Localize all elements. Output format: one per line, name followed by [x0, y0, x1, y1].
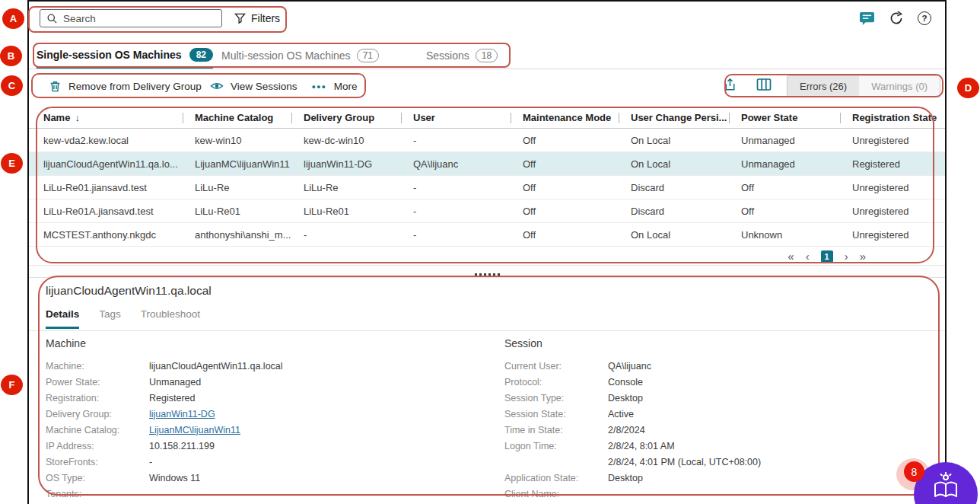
table-row[interactable]: LiLu-Re01.jiansavd.testLiLu-ReLiLu-Re-Of… [29, 176, 945, 199]
tab-sessions[interactable]: Sessions18 [426, 43, 498, 69]
help-button[interactable]: ? [918, 11, 931, 25]
detail-row: Application State:Desktop [504, 470, 931, 486]
table-cell: kew-dc-win10 [291, 135, 401, 146]
detail-label: Current User: [504, 361, 608, 372]
detail-link[interactable]: lijuanWin11-DG [149, 409, 472, 419]
machine-section: Machine Machine:lijuanCloudAgentWin11.qa… [46, 337, 472, 502]
feedback-chat-icon [859, 11, 875, 26]
tab-count-pill: 18 [476, 49, 498, 62]
detail-link[interactable]: LijuanMC\lijuanWin11 [149, 425, 472, 435]
table-cell: On Local [619, 158, 729, 170]
tab-count-pill: 71 [357, 49, 379, 62]
current-page[interactable]: 1 [821, 250, 833, 263]
remove-from-delivery-group-button[interactable]: Remove from Delivery Group [49, 72, 202, 100]
column-header-machine-catalog[interactable]: Machine Catalog [183, 107, 291, 128]
filter-funnel-icon [234, 13, 246, 24]
column-header-user-change-persi-[interactable]: User Change Persi... [619, 107, 729, 128]
table-row[interactable]: kew-vda2.kew.localkew-win10kew-dc-win10-… [29, 129, 945, 152]
table-cell: - [291, 229, 401, 241]
column-header-label: Registration State [852, 112, 937, 123]
tab-multi-session-os-machines[interactable]: Multi-session OS Machines71 [221, 43, 379, 69]
columns-button[interactable] [756, 78, 772, 91]
table-body: kew-vda2.kew.localkew-win10kew-dc-win10-… [29, 129, 945, 247]
details-tab-details[interactable]: Details [46, 308, 79, 329]
detail-row: OS Type:Windows 11 [46, 470, 472, 486]
detail-label: Registration: [46, 393, 149, 404]
more-label: More [334, 81, 358, 92]
table-cell: LiLu-Re01.jiansavd.test [29, 182, 183, 193]
export-icon [723, 78, 737, 92]
details-tab-troubleshoot[interactable]: Troubleshoot [141, 308, 200, 329]
details-tab-tags[interactable]: Tags [99, 308, 121, 329]
detail-row: Power State:Unmanaged [46, 374, 472, 390]
detail-label: Client Name: [504, 489, 608, 499]
table-cell: Off [511, 135, 619, 146]
column-header-registration-state[interactable]: Registration State [840, 107, 945, 128]
next-page-icon[interactable]: › [845, 250, 848, 263]
detail-row: IP Address:10.158.211.199 [46, 438, 472, 454]
table-cell: LiLu-Re01 [183, 206, 291, 217]
panel-splitter[interactable] [29, 265, 945, 277]
notification-badge: 8 [904, 461, 924, 482]
table-cell: - [401, 135, 511, 146]
table-cell: Off [511, 229, 619, 241]
table-cell: Unregistered [840, 182, 945, 193]
detail-value: Desktop [608, 393, 931, 404]
details-panel: lijuanCloudAgentWin11.qa.local DetailsTa… [29, 277, 945, 504]
table-cell: On Local [619, 229, 729, 241]
warnings-button[interactable]: Warnings (0) [859, 76, 940, 97]
filters-button[interactable]: Filters [234, 9, 280, 27]
table-cell: Unregistered [840, 135, 945, 146]
column-header-delivery-group[interactable]: Delivery Group [291, 107, 401, 128]
table-cell: On Local [619, 135, 729, 146]
export-button[interactable] [723, 78, 737, 92]
table-row[interactable]: LiLu-Re01A.jiansavd.testLiLu-Re01LiLu-Re… [29, 199, 945, 223]
annotation-oval-b: B [0, 46, 22, 66]
column-header-maintenance-mode[interactable]: Maintenance Mode [511, 107, 619, 128]
detail-value: Desktop [608, 473, 931, 483]
detail-row: Time in State:2/8/2024 [504, 422, 931, 438]
table-cell: kew-win10 [183, 135, 291, 146]
table-cell: - [401, 182, 511, 193]
detail-row: Registration:Registered [46, 390, 472, 406]
column-header-user[interactable]: User [401, 107, 511, 128]
session-rows: Current User:QA\lijuancProtocol:ConsoleS… [504, 358, 931, 502]
tab-single-session-os-machines[interactable]: Single-session OS Machines82 [37, 43, 213, 69]
detail-label: Power State: [46, 377, 149, 388]
errors-button[interactable]: Errors (26) [788, 76, 859, 97]
feedback-button[interactable] [859, 11, 875, 26]
table-row[interactable]: MCSTEST.anthony.nkgdcanthonyshi\anshi_m.… [29, 223, 945, 247]
annotation-oval-d: D [957, 78, 979, 98]
table-cell: Discard [619, 206, 729, 217]
column-header-label: User Change Persi... [631, 112, 727, 123]
prev-page-icon[interactable]: ‹ [806, 250, 810, 263]
detail-value: - [149, 457, 472, 467]
more-button[interactable]: ••• More [312, 72, 357, 100]
machines-table: Name↓Machine CatalogDelivery GroupUserMa… [29, 107, 945, 266]
first-page-icon[interactable]: « [788, 250, 794, 263]
tab-label: Sessions [426, 49, 469, 62]
search-input[interactable] [63, 13, 215, 24]
trash-icon [49, 80, 62, 93]
more-dots-icon: ••• [312, 81, 327, 92]
last-page-icon[interactable]: » [860, 250, 866, 263]
detail-label: Session Type: [504, 393, 608, 404]
details-tabs: DetailsTagsTroubleshoot [46, 308, 200, 329]
column-header-label: Name [43, 112, 70, 123]
column-header-name[interactable]: Name↓ [29, 107, 183, 128]
view-sessions-button[interactable]: View Sessions [210, 72, 298, 100]
remove-label: Remove from Delivery Group [68, 81, 202, 92]
refresh-icon [889, 11, 904, 26]
top-bar: Filters ? [29, 2, 945, 40]
eye-icon [210, 81, 224, 91]
search-box[interactable] [40, 9, 222, 27]
table-cell: Discard [619, 182, 729, 193]
machine-rows: Machine:lijuanCloudAgentWin11.qa.localPo… [46, 358, 472, 502]
details-tabs-divider [29, 330, 945, 331]
detail-label: StoreFronts: [46, 457, 149, 467]
column-header-power-state[interactable]: Power State [729, 107, 840, 128]
columns-icon [756, 78, 772, 91]
refresh-button[interactable] [889, 11, 904, 26]
table-row[interactable]: lijuanCloudAgentWin11.qa.lo...LijuanMC\l… [29, 152, 945, 176]
detail-value: Registered [149, 393, 472, 404]
